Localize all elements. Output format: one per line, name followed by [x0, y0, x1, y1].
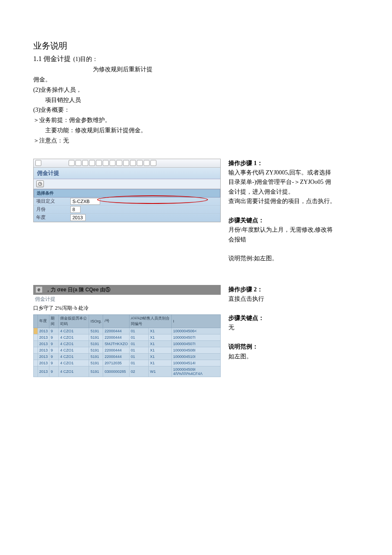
year-label: 年度 — [36, 214, 70, 221]
print-icon[interactable] — [96, 160, 102, 166]
cell-year: 2013 — [38, 347, 49, 353]
cell-no: 22000444 — [103, 328, 130, 334]
back-icon[interactable] — [75, 160, 81, 166]
purpose-text: 为修改规则后重新计提 — [93, 64, 359, 75]
table-row[interactable]: 201394 CZO151912200044401X11000004508I — [34, 347, 221, 353]
cell-iso: 5191 — [89, 347, 103, 353]
cell-period: 9 — [49, 360, 59, 366]
th-end: I — [172, 314, 221, 328]
main-func-text: 主要功能：修改规则后重新计提佣金。 — [45, 125, 359, 136]
screenshot1: 佣金计提 选择条件 项目定义 S-CZXB 月份 8 年度 2013 — [33, 159, 221, 222]
s2-title: 佣金计提 — [33, 295, 221, 304]
cell-period: 9 — [49, 366, 59, 377]
findnext-icon[interactable] — [110, 160, 115, 166]
step2-ex1: 如左图。 — [228, 352, 359, 361]
year-value[interactable]: 2013 — [70, 214, 86, 221]
commission-end: 佣金。 — [33, 75, 359, 85]
cell-rest: 4 CZO1 — [59, 366, 89, 377]
find-icon[interactable] — [103, 160, 109, 166]
s2-bar-text: ，力 σee 日(a 陳 CQee 由⑤ — [46, 286, 110, 293]
cell-period: 9 — [49, 347, 59, 353]
cell-rest: 4 CZO1 — [59, 334, 89, 340]
cell-cls: X1 — [148, 340, 171, 347]
cell-year: 2013 — [38, 353, 49, 360]
month-label: 月份 — [36, 206, 70, 212]
table-body: 201394 CZO151912200044401X11000004506<20… — [34, 328, 221, 377]
layout-icon[interactable] — [150, 160, 156, 166]
project-def-value[interactable]: S-CZXB — [70, 198, 100, 205]
cell-iso: 5191 — [89, 340, 103, 347]
cell-cls: X1 — [148, 328, 171, 334]
table-row[interactable]: 201394 CZO151912200044401X11000004510I — [34, 353, 221, 360]
cell-c: 02 — [129, 366, 148, 377]
screenshot2: e ，力 σee 日(a 陳 CQee 由⑤ 佣金计提 口乡守了 2%泻期··b… — [33, 285, 221, 377]
table-row[interactable]: 201394 CZO15191030000028502W11000004509I… — [34, 366, 221, 377]
exit-icon[interactable] — [82, 160, 88, 166]
cell-no: 22000444 — [103, 353, 130, 360]
intro-block: 业务说明 1.1 佣金计提 (1)目的： 为修改规则后重新计提 佣金。 (2)业… — [33, 38, 359, 146]
step2-title: 操作步骤 2： — [228, 285, 359, 294]
cell-cls: X1 — [148, 360, 171, 366]
cell-rest: 4 CZO1 — [59, 347, 89, 353]
selection-conditions-header: 选择条件 — [34, 189, 220, 198]
cell-c: 01 — [129, 347, 148, 353]
help-icon[interactable] — [144, 160, 150, 166]
cell-rest: 4 CZO1 — [59, 360, 89, 366]
cell-iso: 5191 — [89, 334, 103, 340]
cell-year: 2013 — [38, 366, 49, 377]
section-heading: 1.1 佣金计提 — [33, 53, 71, 64]
step1-line1: 输入事务代码 ZYJ0005,回车。或者选择 — [228, 168, 359, 177]
step2-line1: 直接点击执行 — [228, 294, 359, 304]
step2-sidetext: 操作步骤 2： 直接点击执行 步骤关键点： 无 说明范例： 如左图。 — [228, 285, 359, 361]
cell-year: 2013 — [38, 328, 49, 334]
table-row[interactable]: 201394 CZO151912200044401X11000004506< — [34, 328, 221, 334]
next-icon[interactable] — [130, 160, 136, 166]
table-row[interactable]: 201394 CZO151912200044401X11000004507I — [34, 334, 221, 340]
cell-period: 9 — [49, 334, 59, 340]
cell-ctr: 1000004510I — [172, 353, 221, 360]
th-comp: 佣金扳提历本公司码 — [59, 314, 89, 328]
sap-toolbar — [34, 159, 220, 168]
cell-iso: 5191 — [89, 353, 103, 360]
check-icon[interactable] — [35, 160, 41, 166]
step1-key2: 会报错 — [228, 235, 359, 244]
s2-subtitle: 口乡守了 2%泻期··b 处冷 — [33, 304, 221, 314]
step1-row: 佣金计提 选择条件 项目定义 S-CZXB 月份 8 年度 2013 — [33, 159, 359, 264]
table-row[interactable]: 201394 CZO15191SMJTHKXZO01X11000004507I — [34, 340, 221, 347]
last-icon[interactable] — [137, 160, 143, 166]
th-iso: ISOrg. — [89, 314, 103, 328]
cell-no: 20712035 — [103, 360, 130, 366]
cell-rest: 4 CZO1 — [59, 328, 89, 334]
step1-line4: 查询出需要计提佣金的项目，点击执行。 — [228, 197, 359, 206]
cell-iso: 5191 — [89, 366, 103, 377]
month-value[interactable]: 8 — [70, 206, 81, 213]
step2-key-title: 步骤关键点： — [228, 314, 359, 323]
data-table: 年度 期间 佣金扳提历本公司码 ISOrg. /号 A¼¼2I销售人员类别合同编… — [33, 314, 221, 377]
cell-no: SMJTHKXZO — [103, 340, 130, 347]
table-row[interactable]: 201394 CZO151912071203501X11000004514I — [34, 360, 221, 366]
cell-period: 9 — [49, 328, 59, 334]
table-header-row: 年度 期间 佣金扳提历本公司码 ISOrg. /号 A¼¼2I销售人员类别合同编… — [34, 314, 221, 328]
cell-ctr: 1000004509I 4/\/%/\/\/%4CF4Λ — [172, 366, 221, 377]
step1-line2: 目录菜单-)佣金管理平台-＞ZYJOo05 佣 — [228, 177, 359, 187]
first-icon[interactable] — [116, 160, 122, 166]
project-def-label: 项目定义 — [36, 198, 70, 204]
cell-c: 01 — [129, 328, 148, 334]
cancel-icon[interactable] — [89, 160, 95, 166]
business-desc-heading: 业务说明 — [33, 38, 67, 53]
cell-period: 9 — [49, 353, 59, 360]
cell-no: 22000444 — [103, 347, 130, 353]
execute-button[interactable] — [36, 180, 44, 187]
step1-line3: 金计提，进入佣金计提。 — [228, 187, 359, 197]
cell-cls: W1 — [148, 366, 171, 377]
prev-icon[interactable] — [123, 160, 129, 166]
sap-window-title: 佣金计提 — [34, 168, 220, 179]
note-text: ＞注意点：无 — [33, 136, 359, 146]
save-icon[interactable] — [69, 160, 75, 166]
overview-label: (3)业务概要： — [33, 105, 359, 115]
cell-c: 01 — [129, 353, 148, 360]
cell-cls: X1 — [148, 353, 171, 360]
purpose-label: (1)目的： — [73, 54, 98, 64]
cell-ctr: 1000004507I — [172, 340, 221, 347]
cell-ctr: 1000004508I — [172, 347, 221, 353]
